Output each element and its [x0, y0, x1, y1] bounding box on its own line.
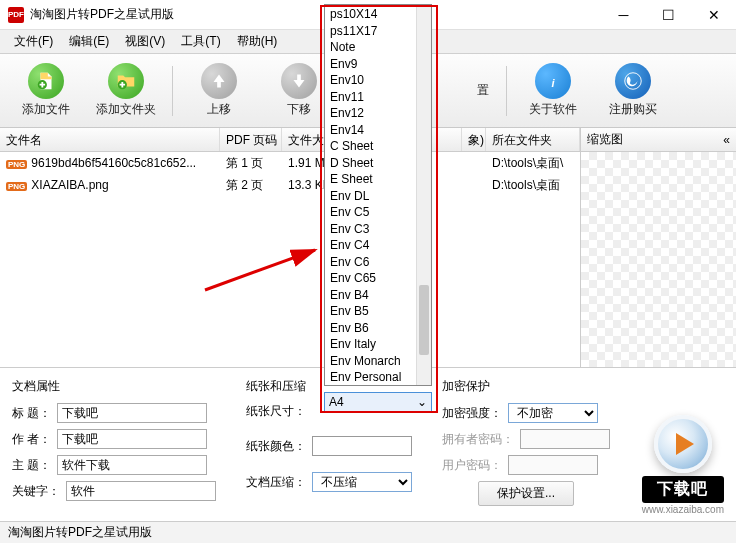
paper-size-label: 纸张尺寸： [246, 403, 306, 420]
author-input[interactable] [57, 429, 207, 449]
add-file-label: 添加文件 [22, 101, 70, 118]
owner-pwd-input [520, 429, 610, 449]
move-down-icon [281, 63, 317, 99]
user-pwd-label: 用户密码： [442, 457, 502, 474]
menu-edit[interactable]: 编辑(E) [61, 30, 117, 53]
cell-filename: 9619bd4b6f54160c5c81c652... [31, 156, 196, 170]
scrollbar-thumb[interactable] [419, 285, 429, 355]
move-down-label: 下移 [287, 101, 311, 118]
title-input[interactable] [57, 403, 207, 423]
enc-strength-label: 加密强度： [442, 405, 502, 422]
add-folder-label: 添加文件夹 [96, 101, 156, 118]
png-badge-icon: PNG [6, 160, 27, 169]
watermark-url: www.xiazaiba.com [642, 504, 724, 515]
keyword-label: 关键字： [12, 483, 60, 500]
move-up-icon [201, 63, 237, 99]
toolbar-separator [506, 66, 507, 116]
paper-color-label: 纸张颜色： [246, 438, 306, 455]
cell-folder: D:\tools\桌面 [486, 175, 580, 196]
globe-icon [615, 63, 651, 99]
register-label: 注册购买 [609, 101, 657, 118]
window-title: 淘淘图片转PDF之星试用版 [30, 6, 601, 23]
move-up-label: 上移 [207, 101, 231, 118]
app-icon: PDF [8, 7, 24, 23]
menu-help[interactable]: 帮助(H) [229, 30, 286, 53]
collapse-preview-icon[interactable]: « [723, 133, 730, 147]
col-filename[interactable]: 文件名 [0, 128, 220, 151]
png-badge-icon: PNG [6, 182, 27, 191]
menu-tools[interactable]: 工具(T) [173, 30, 228, 53]
add-file-icon [28, 63, 64, 99]
settings-button-partial[interactable]: 置 [468, 59, 498, 123]
preview-checker [581, 152, 736, 367]
watermark-play-icon [654, 415, 712, 473]
paper-color-picker[interactable] [312, 436, 412, 456]
preview-title: 缩览图 [587, 131, 623, 148]
move-up-button[interactable]: 上移 [181, 59, 257, 123]
col-page[interactable]: PDF 页码 [220, 128, 282, 151]
group-encrypt: 加密保护 加密强度：不加密 拥有者密码： 用户密码： 保护设置... [442, 378, 610, 512]
status-text: 淘淘图片转PDF之星试用版 [8, 524, 152, 541]
col-folder[interactable]: 所在文件夹 [486, 128, 580, 151]
group-doc-attr: 文档属性 标 题： 作 者： 主 题： 关键字： [12, 378, 216, 512]
cell-page: 第 1 页 [220, 153, 282, 174]
table-row[interactable]: PNG9619bd4b6f54160c5c81c652... 第 1 页 1.9… [0, 152, 580, 174]
cell-filename: XIAZAIBA.png [31, 178, 108, 192]
info-icon: i [535, 63, 571, 99]
title-label: 标 题： [12, 405, 51, 422]
settings-label-partial: 置 [477, 82, 489, 99]
about-button[interactable]: i 关于软件 [515, 59, 591, 123]
user-pwd-input [508, 455, 598, 475]
maximize-button[interactable]: ☐ [646, 0, 691, 30]
protection-settings-button[interactable]: 保护设置... [478, 481, 574, 506]
add-folder-button[interactable]: 添加文件夹 [88, 59, 164, 123]
file-list-pane: 文件名 PDF 页码 文件大小 象) 所在文件夹 PNG9619bd4b6f54… [0, 128, 581, 367]
keyword-input[interactable] [66, 481, 216, 501]
paper-size-value: A4 [329, 395, 344, 409]
about-label: 关于软件 [529, 101, 577, 118]
group-title: 加密保护 [442, 378, 610, 395]
watermark: 下载吧 www.xiazaiba.com [642, 415, 724, 515]
group-title: 文档属性 [12, 378, 216, 395]
chevron-down-icon: ⌄ [417, 395, 427, 409]
paper-size-select[interactable]: A4 ⌄ [324, 392, 432, 412]
toolbar-separator [172, 66, 173, 116]
cell-page: 第 2 页 [220, 175, 282, 196]
minimize-button[interactable]: ─ [601, 0, 646, 30]
compress-select[interactable]: 不压缩 [312, 472, 412, 492]
subject-label: 主 题： [12, 457, 51, 474]
register-button[interactable]: 注册购买 [595, 59, 671, 123]
svg-text:i: i [551, 77, 555, 89]
col-folder-stub[interactable]: 象) [462, 128, 486, 151]
subject-input[interactable] [57, 455, 207, 475]
cell-folder: D:\tools\桌面\ [486, 153, 580, 174]
menu-file[interactable]: 文件(F) [6, 30, 61, 53]
preview-pane: 缩览图 « [581, 128, 736, 367]
statusbar: 淘淘图片转PDF之星试用版 [0, 521, 736, 543]
table-row[interactable]: PNGXIAZAIBA.png 第 2 页 13.3 KB D:\tools\桌… [0, 174, 580, 196]
author-label: 作 者： [12, 431, 51, 448]
add-file-button[interactable]: 添加文件 [8, 59, 84, 123]
table-header: 文件名 PDF 页码 文件大小 象) 所在文件夹 [0, 128, 580, 152]
dropdown-scrollbar[interactable] [416, 5, 431, 385]
close-button[interactable]: ✕ [691, 0, 736, 30]
menu-view[interactable]: 视图(V) [117, 30, 173, 53]
paper-size-dropdown[interactable]: ps10X14ps11X17NoteEnv9Env10Env11Env12Env… [324, 4, 432, 386]
compress-label: 文档压缩： [246, 474, 306, 491]
add-folder-icon [108, 63, 144, 99]
watermark-text: 下载吧 [642, 476, 724, 503]
enc-strength-select[interactable]: 不加密 [508, 403, 598, 423]
owner-pwd-label: 拥有者密码： [442, 431, 514, 448]
